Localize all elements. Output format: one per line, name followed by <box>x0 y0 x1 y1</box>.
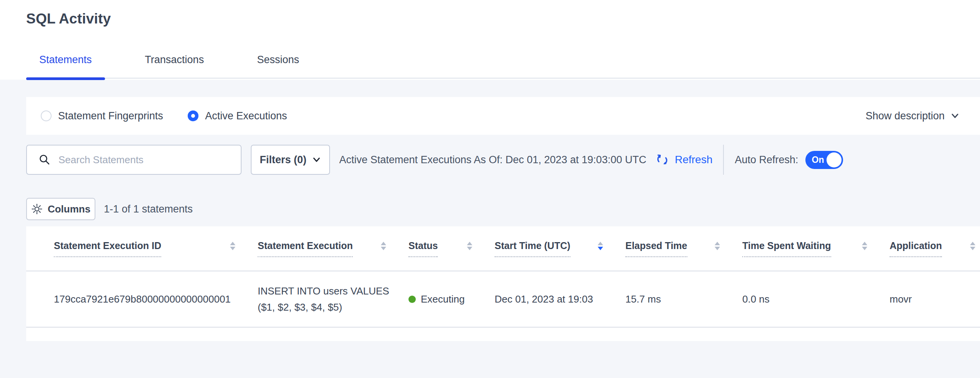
sort-ascending-icon <box>230 242 235 245</box>
column-header-label: Status <box>408 240 438 257</box>
column-header-start-time[interactable]: Start Time (UTC) <box>495 240 625 257</box>
sort-icons[interactable] <box>467 242 472 250</box>
sort-icons[interactable] <box>862 242 867 250</box>
sort-descending-icon <box>970 247 975 250</box>
toolbar: Filters (0) Active Statement Executions … <box>26 145 980 175</box>
filters-button-label: Filters (0) <box>260 154 307 166</box>
cell-status: Executing <box>408 293 495 305</box>
tab-transactions-label: Transactions <box>145 54 204 66</box>
sort-ascending-icon <box>598 242 603 245</box>
table-row: 179cca7921e679b80000000000000001 INSERT … <box>26 271 980 328</box>
cell-execution-id[interactable]: 179cca7921e679b80000000000000001 <box>54 293 258 305</box>
column-header-application[interactable]: Application <box>890 240 980 257</box>
search-box <box>26 145 242 175</box>
column-header-elapsed-time[interactable]: Elapsed Time <box>625 240 742 257</box>
tab-sessions-label: Sessions <box>257 54 299 66</box>
filters-button[interactable]: Filters (0) <box>251 145 330 175</box>
tab-sessions[interactable]: Sessions <box>244 54 312 79</box>
sort-descending-icon-active <box>598 247 603 250</box>
gear-icon <box>31 203 43 215</box>
search-input[interactable] <box>58 154 233 166</box>
tab-statements-label: Statements <box>39 54 92 66</box>
statements-table: Statement Execution ID Statement Executi… <box>26 226 980 341</box>
auto-refresh-label: Auto Refresh: <box>735 154 798 166</box>
column-header-time-spent-waiting[interactable]: Time Spent Waiting <box>742 240 890 257</box>
columns-button[interactable]: Columns <box>26 198 95 220</box>
view-mode-card: Statement Fingerprints Active Executions… <box>26 97 980 135</box>
column-header-label: Time Spent Waiting <box>742 240 831 257</box>
sort-descending-icon <box>230 247 235 250</box>
radio-active-executions[interactable]: Active Executions <box>188 110 287 122</box>
as-of-timestamp: Active Statement Executions As Of: Dec 0… <box>339 154 646 166</box>
radio-statement-fingerprints[interactable]: Statement Fingerprints <box>41 110 163 122</box>
status-executing-dot-icon <box>408 296 416 303</box>
toggle-knob <box>827 152 842 167</box>
sort-ascending-icon <box>862 242 867 245</box>
tabbar: Statements Transactions Sessions <box>26 54 980 79</box>
column-header-status[interactable]: Status <box>408 240 495 257</box>
auto-refresh-control: Auto Refresh: On <box>735 151 843 169</box>
sort-ascending-icon <box>715 242 720 245</box>
tab-transactions[interactable]: Transactions <box>132 54 217 79</box>
show-description-label: Show description <box>865 110 945 122</box>
column-header-statement-execution-id[interactable]: Statement Execution ID <box>54 240 258 257</box>
sort-icons[interactable] <box>381 242 386 250</box>
auto-refresh-toggle[interactable]: On <box>805 151 843 169</box>
show-description-toggle[interactable]: Show description <box>865 110 960 122</box>
search-icon <box>38 154 51 166</box>
cell-application: movr <box>890 293 980 305</box>
sort-icons[interactable] <box>230 242 235 250</box>
sort-ascending-icon <box>970 242 975 245</box>
chevron-down-icon <box>312 155 321 164</box>
chevron-down-icon <box>950 111 960 121</box>
sort-icons[interactable] <box>598 242 603 250</box>
refresh-label: Refresh <box>675 154 712 166</box>
sort-descending-icon <box>467 247 472 250</box>
view-mode-radio-group: Statement Fingerprints Active Executions <box>41 110 287 122</box>
column-header-label: Elapsed Time <box>625 240 687 257</box>
cell-time-spent-waiting: 0.0 ns <box>742 293 890 305</box>
column-header-label: Statement Execution <box>258 240 353 257</box>
radio-selected-icon <box>188 110 198 121</box>
sql-activity-page: SQL Activity Statements Transactions Ses… <box>0 0 980 378</box>
statement-line-2: ($1, $2, $3, $4, $5) <box>258 299 408 315</box>
divider <box>723 145 724 175</box>
table-header-row: Statement Execution ID Statement Executi… <box>26 226 980 271</box>
sort-ascending-icon <box>381 242 386 245</box>
status-label: Executing <box>421 293 465 305</box>
radio-statement-fingerprints-label: Statement Fingerprints <box>58 110 163 122</box>
cell-elapsed-time: 15.7 ms <box>625 293 742 305</box>
radio-unselected-icon <box>41 110 52 121</box>
refresh-button[interactable]: Refresh <box>655 152 712 167</box>
sort-icons[interactable] <box>970 242 975 250</box>
cell-start-time: Dec 01, 2023 at 19:03 <box>495 293 625 305</box>
sort-icons[interactable] <box>715 242 720 250</box>
sort-ascending-icon <box>467 242 472 245</box>
tab-statements[interactable]: Statements <box>26 54 105 79</box>
result-count: 1-1 of 1 statements <box>104 203 193 215</box>
sort-descending-icon <box>381 247 386 250</box>
column-header-label: Application <box>890 240 942 257</box>
column-header-statement-execution[interactable]: Statement Execution <box>258 240 408 257</box>
sort-descending-icon <box>715 247 720 250</box>
page-title: SQL Activity <box>26 11 111 27</box>
cell-statement: INSERT INTO users VALUES ($1, $2, $3, $4… <box>258 283 408 315</box>
refresh-icon <box>655 152 670 167</box>
column-header-label: Start Time (UTC) <box>495 240 570 257</box>
statement-line-1: INSERT INTO users VALUES <box>258 283 408 299</box>
page-header: SQL Activity Statements Transactions Ses… <box>0 0 980 80</box>
toggle-state-label: On <box>812 155 824 165</box>
columns-button-label: Columns <box>48 203 90 215</box>
radio-active-executions-label: Active Executions <box>205 110 287 122</box>
table-controls: Columns 1-1 of 1 statements <box>26 198 193 220</box>
column-header-label: Statement Execution ID <box>54 240 161 257</box>
sort-descending-icon <box>862 247 867 250</box>
